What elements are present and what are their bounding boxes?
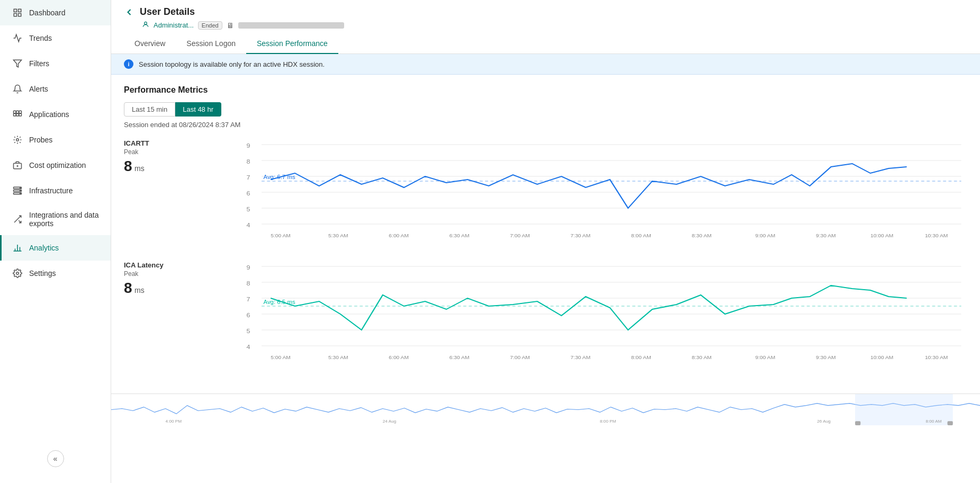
sidebar-item-integrations[interactable]: Integrations and data exports — [0, 203, 111, 235]
svg-text:6: 6 — [246, 312, 250, 319]
svg-text:6:00 AM: 6:00 AM — [389, 355, 409, 360]
svg-text:7:30 AM: 7:30 AM — [571, 233, 591, 238]
mini-chart-svg: 4:00 PM 24 Aug 8:00 PM 26 Aug 8:00 AM — [111, 394, 980, 425]
info-icon: i — [124, 59, 133, 69]
info-banner: i Session topology is available only for… — [111, 54, 980, 75]
svg-point-20 — [20, 193, 21, 194]
svg-text:9: 9 — [246, 264, 250, 271]
icartt-value: 8 ms — [124, 158, 240, 175]
integrations-icon — [12, 214, 23, 225]
sidebar-item-analytics[interactable]: Analytics — [0, 235, 111, 261]
svg-text:7: 7 — [246, 174, 250, 181]
sidebar-item-label: Filters — [29, 59, 49, 68]
ica-latency-label: ICA Latency — [124, 261, 240, 269]
ica-latency-chart-container: ICA Latency Peak 8 ms 9 8 7 — [124, 261, 967, 367]
main-content: User Details Administrat... Ended 🖥 Over… — [111, 0, 980, 483]
svg-text:6:30 AM: 6:30 AM — [449, 233, 470, 238]
sidebar-item-label: Applications — [29, 110, 69, 119]
svg-text:6:00 AM: 6:00 AM — [389, 233, 409, 238]
sidebar-item-cost-optimization[interactable]: Cost optimization — [0, 153, 111, 178]
sidebar-item-label: Dashboard — [29, 8, 66, 17]
breadcrumb: User Details — [124, 6, 967, 17]
tabs-row: Overview Session Logon Session Performan… — [124, 34, 967, 53]
icartt-svg: 9 8 7 6 5 4 — [240, 139, 967, 245]
info-message: Session topology is available only for a… — [139, 60, 325, 68]
svg-point-27 — [16, 272, 19, 275]
svg-text:7:30 AM: 7:30 AM — [571, 355, 591, 360]
svg-rect-5 — [14, 111, 16, 113]
svg-text:Avg: 6.5 ms: Avg: 6.5 ms — [263, 299, 295, 305]
svg-text:5:00 AM: 5:00 AM — [271, 355, 291, 360]
analytics-icon — [12, 243, 23, 253]
ica-latency-chart: 9 8 7 6 5 4 — [240, 261, 967, 367]
sidebar-item-label: Infrastructure — [29, 186, 73, 195]
svg-point-18 — [20, 187, 21, 189]
time-btn-15min[interactable]: Last 15 min — [124, 102, 175, 117]
svg-text:5:30 AM: 5:30 AM — [328, 355, 348, 360]
time-btn-48hr[interactable]: Last 48 hr — [175, 102, 221, 117]
ica-latency-chart-with-meta: ICA Latency Peak 8 ms 9 8 7 — [124, 261, 967, 367]
svg-text:9:00 AM: 9:00 AM — [756, 355, 776, 360]
filters-icon — [12, 58, 23, 69]
svg-text:8:00 AM: 8:00 AM — [631, 233, 651, 238]
sidebar-item-infrastructure[interactable]: Infrastructure — [0, 178, 111, 203]
icartt-sub: Peak — [124, 148, 240, 156]
sidebar-item-label: Cost optimization — [29, 161, 86, 169]
ica-latency-meta: ICA Latency Peak 8 ms — [124, 261, 240, 297]
svg-rect-10 — [19, 114, 22, 117]
sidebar-item-dashboard[interactable]: Dashboard — [0, 0, 111, 25]
svg-text:8: 8 — [246, 280, 250, 287]
collapse-button[interactable]: « — [47, 450, 64, 467]
tab-session-performance[interactable]: Session Performance — [246, 34, 338, 54]
session-ended-text: Session ended at 08/26/2024 8:37 AM — [124, 121, 967, 129]
icartt-unit: ms — [134, 164, 145, 173]
probes-icon — [12, 135, 23, 145]
ended-badge: Ended — [198, 21, 222, 30]
svg-rect-83 — [947, 421, 952, 425]
machine-info — [238, 22, 344, 29]
trends-icon — [12, 33, 23, 43]
svg-rect-82 — [855, 421, 860, 425]
page-title: User Details — [140, 6, 195, 17]
back-button[interactable] — [124, 7, 134, 17]
svg-text:5:30 AM: 5:30 AM — [328, 233, 348, 238]
cost-icon — [12, 160, 23, 171]
sidebar-item-label: Trends — [29, 34, 52, 42]
svg-text:9:30 AM: 9:30 AM — [816, 233, 836, 238]
applications-icon — [12, 109, 23, 120]
sidebar-item-label: Integrations and data exports — [29, 211, 100, 228]
icartt-chart: 9 8 7 6 5 4 — [240, 139, 967, 245]
sidebar-item-probes[interactable]: Probes — [0, 127, 111, 153]
sidebar-item-label: Alerts — [29, 85, 48, 93]
tab-session-logon[interactable]: Session Logon — [176, 34, 246, 54]
mini-chart: 4:00 PM 24 Aug 8:00 PM 26 Aug 8:00 AM — [111, 393, 980, 425]
svg-rect-3 — [19, 14, 21, 16]
tab-overview[interactable]: Overview — [124, 34, 176, 54]
sidebar-item-trends[interactable]: Trends — [0, 25, 111, 51]
ica-latency-line — [271, 285, 906, 330]
ica-latency-value-num: 8 — [124, 280, 132, 296]
dashboard-icon — [12, 7, 23, 18]
svg-rect-8 — [14, 114, 16, 117]
svg-marker-4 — [14, 60, 22, 67]
performance-section: Performance Metrics Last 15 min Last 48 … — [111, 75, 980, 393]
svg-rect-9 — [16, 114, 19, 117]
sidebar-item-applications[interactable]: Applications — [0, 102, 111, 127]
svg-text:9: 9 — [246, 142, 250, 149]
sidebar-item-label: Settings — [29, 269, 56, 278]
icartt-label: ICARTT — [124, 139, 240, 147]
svg-point-28 — [145, 22, 147, 24]
svg-text:8:00 AM: 8:00 AM — [631, 355, 651, 360]
svg-text:10:30 AM: 10:30 AM — [925, 233, 948, 238]
icartt-line — [271, 164, 906, 208]
bell-icon — [12, 84, 23, 94]
svg-text:5:00 AM: 5:00 AM — [271, 233, 291, 238]
sidebar-item-label: Analytics — [29, 244, 59, 252]
sidebar-item-settings[interactable]: Settings — [0, 261, 111, 286]
sidebar-item-filters[interactable]: Filters — [0, 51, 111, 76]
svg-rect-7 — [19, 111, 22, 113]
ica-latency-value-wrap: 8 ms — [124, 280, 240, 297]
svg-point-11 — [16, 139, 19, 141]
page-header: User Details Administrat... Ended 🖥 Over… — [111, 0, 980, 54]
sidebar-item-alerts[interactable]: Alerts — [0, 76, 111, 102]
